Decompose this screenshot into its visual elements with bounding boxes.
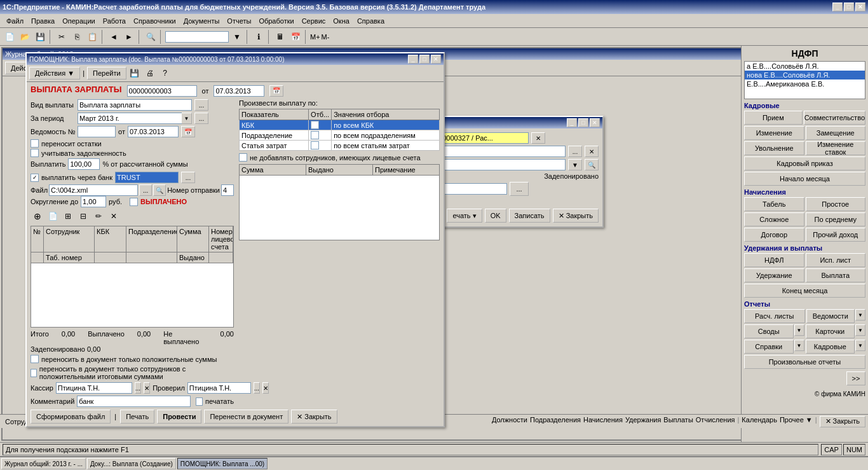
toolbar-calendar[interactable]: 📅 (288, 30, 302, 44)
toolbar-dropdown[interactable]: ▼ (230, 30, 244, 44)
izm-btn[interactable]: Изменение (744, 126, 804, 140)
pechat-cb[interactable] (196, 397, 203, 406)
toolbar-save[interactable]: 💾 (33, 30, 47, 44)
close-button[interactable]: ✕ (855, 3, 865, 11)
toolbar-search[interactable]: 🔍 (144, 30, 158, 44)
vedom-date-btn[interactable]: 📅 (181, 126, 195, 137)
tablel-btn[interactable]: Табель (744, 197, 804, 211)
toolbar-cut[interactable]: ✂ (55, 30, 69, 44)
slozhnoe-btn[interactable]: Сложное (744, 212, 804, 226)
task-journal[interactable]: Журнал общий: 2013 г. - ... (1, 458, 86, 469)
prostoe-btn[interactable]: Простое (806, 197, 866, 211)
svody-drop[interactable]: ▼ (794, 324, 804, 336)
bt-nach[interactable]: Начисления (583, 416, 623, 427)
perenosit-sotr-cb[interactable] (31, 369, 37, 377)
row-kbk-cb[interactable] (309, 120, 332, 130)
bank-dots-btn[interactable]: ... (181, 172, 195, 183)
toolbar-calc[interactable]: 🖩 (273, 30, 287, 44)
po-srednem-btn[interactable]: По среднему (806, 212, 866, 226)
doc-icon[interactable]: 📄 (46, 209, 60, 223)
priem-btn[interactable]: Прием (744, 111, 803, 125)
toolbar-copy[interactable]: ⎘ (70, 30, 84, 44)
file-dots-btn[interactable]: ... (139, 184, 152, 196)
zam-btn[interactable]: Замещение (806, 126, 866, 140)
zatrat-clear-btn[interactable]: 🔍 (585, 159, 599, 170)
ndfl-btn[interactable]: НДФЛ (744, 253, 804, 267)
edit-icon[interactable]: ✏ (92, 209, 105, 223)
round-input[interactable] (81, 196, 106, 207)
kart-btn[interactable]: Карточки (806, 324, 855, 338)
menu-windows[interactable]: Окна (329, 16, 353, 26)
menu-processing[interactable]: Обработки (255, 16, 297, 26)
doc-date-input[interactable] (214, 85, 264, 97)
statya-filter-cb[interactable] (311, 141, 319, 149)
vedom-drop[interactable]: ▼ (855, 309, 865, 321)
toolbar-m-minus[interactable]: M- (322, 33, 330, 41)
period-input[interactable] (78, 113, 182, 124)
kadrov-drop[interactable]: ▼ (855, 340, 865, 351)
bank-cb[interactable] (31, 174, 39, 182)
minimize-button[interactable]: _ (832, 3, 843, 11)
menu-reports[interactable]: Отчеты (223, 16, 255, 26)
add-icon[interactable]: ⊕ (31, 209, 44, 223)
toolbar-paste[interactable]: 📋 (85, 30, 99, 44)
dialog-save-btn[interactable]: 💾 (128, 66, 142, 80)
bt-podrazd[interactable]: Подразделения (530, 416, 581, 427)
arrow-btn[interactable]: >> (846, 371, 865, 385)
dots-btn[interactable]: ... (510, 182, 529, 196)
kbk-filter-cb[interactable] (311, 121, 319, 129)
uvol-btn[interactable]: Увольнение (744, 141, 804, 155)
menu-work[interactable]: Работа (99, 16, 130, 26)
grid2-icon[interactable]: ⊟ (76, 209, 90, 223)
bt-dolzhnosti[interactable]: Должности (492, 416, 527, 427)
zatrat-search-btn[interactable]: ▼ (568, 159, 582, 170)
sformirovat-btn[interactable]: Сформировать файл (31, 410, 111, 424)
uchitivat-cb[interactable] (31, 149, 39, 157)
sec-ok-btn[interactable]: OK (485, 209, 506, 223)
dog-btn[interactable]: Договор (744, 228, 804, 242)
perenosit-cb[interactable] (31, 139, 39, 148)
comment-input[interactable] (77, 396, 191, 407)
sec-zakryt-btn[interactable]: ✕ Закрыть (553, 209, 599, 223)
kadrov-prikaz-btn[interactable]: Кадровый приказ (744, 156, 865, 170)
menu-operations[interactable]: Операции (58, 16, 98, 26)
viplat-input[interactable] (68, 158, 100, 170)
kassir-clear-btn[interactable]: ✕ (144, 382, 150, 394)
sprav-btn[interactable]: Справки (744, 340, 794, 354)
izm-stav-btn[interactable]: Изменение ставок (806, 141, 866, 155)
podrazd-filter-cb[interactable] (311, 131, 319, 139)
nomer-input[interactable] (221, 184, 234, 196)
dialog-actions-btn[interactable]: Действия ▼ (29, 67, 80, 79)
bt-otchisl[interactable]: Отчисления (696, 416, 735, 427)
menu-help[interactable]: Справка (353, 16, 388, 26)
ne-dobavl-cb[interactable] (239, 153, 247, 162)
sec-min-btn[interactable]: _ (567, 118, 577, 127)
bt-prochee[interactable]: Прочее ▼ (780, 416, 813, 427)
bt-zakryt-btn[interactable]: ✕ Закрыть (820, 416, 865, 427)
task-assistant[interactable]: ПОМОЩНИК: Выплата ...00) (177, 458, 268, 469)
menu-service[interactable]: Сервис (298, 16, 330, 26)
maximize-button[interactable]: □ (844, 3, 854, 11)
toolbar-info[interactable]: ℹ (252, 30, 266, 44)
dialog-close[interactable]: ✕ (431, 55, 441, 64)
viplata-btn[interactable]: Выплата (806, 268, 866, 282)
toolbar-new[interactable]: 📄 (3, 30, 17, 44)
vid-dots-btn[interactable]: ... (194, 99, 208, 111)
isp-list-btn[interactable]: Исп. лист (806, 253, 866, 267)
nachalo-btn[interactable]: Начало месяца (744, 172, 865, 186)
file-search-btn[interactable]: 🔍 (153, 184, 166, 196)
dialog-go-btn[interactable]: Перейти (87, 67, 126, 79)
doc-number-input[interactable] (127, 85, 197, 97)
kassir-dots-btn[interactable]: ... (135, 382, 141, 394)
menu-reference[interactable]: Справочники (130, 16, 180, 26)
proiz-btn[interactable]: Произвольные отчеты (744, 355, 865, 369)
menu-documents[interactable]: Документы (180, 16, 224, 26)
razd-dots-btn[interactable]: ... (568, 146, 582, 157)
dialog-minimize[interactable]: _ (408, 55, 418, 64)
bt-uderz[interactable]: Удержания (625, 416, 661, 427)
row-statya-cb[interactable] (309, 141, 332, 151)
dialog-print-btn[interactable]: 🖨 (143, 66, 157, 80)
vedom-num-input[interactable] (78, 126, 116, 137)
kart-drop[interactable]: ▼ (855, 324, 865, 336)
kassir-input[interactable] (56, 382, 132, 394)
